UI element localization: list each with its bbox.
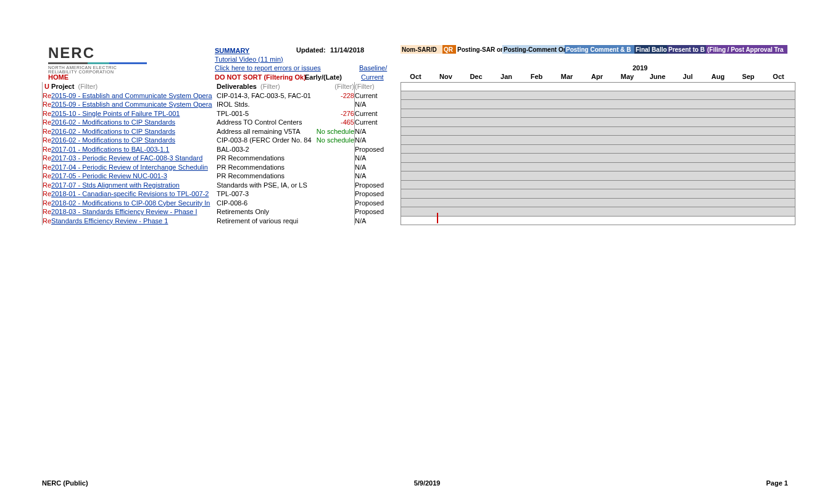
projects-table: U Project (Filter) Deliverables (Filter)…	[42, 82, 392, 225]
status-cell: N/A	[355, 171, 392, 181]
status-cell: N/A	[355, 127, 392, 136]
phase-posting-comment-only: Posting-Comment Onl	[502, 45, 565, 54]
project-link[interactable]: Standards Efficiency Review - Phase 1	[51, 217, 168, 225]
project-link[interactable]: 2015-09 - Establish and Communicate Syst…	[51, 92, 212, 99]
summary-link[interactable]: SUMMARY	[215, 47, 249, 54]
month-header: Apr	[582, 73, 612, 80]
col-project-header[interactable]: Project (Filter)	[51, 82, 217, 91]
deliverable-cell: PR Recommendations	[217, 154, 311, 163]
row-marker: Re	[43, 207, 52, 217]
status-cell: Proposed	[355, 207, 392, 217]
project-link[interactable]: 2017-03 - Periodic Review of FAC-008-3 S…	[51, 154, 202, 162]
project-link[interactable]: 2018-02 - Modifications to CIP-008 Cyber…	[51, 199, 210, 207]
timeline-year: 2019	[633, 64, 647, 72]
phase-final-ballot: Final Ballo	[634, 45, 667, 54]
table-row: Re2016-02 - Modifications to CIP Standar…	[43, 136, 392, 145]
project-link[interactable]: 2016-02 - Modifications to CIP Standards	[51, 128, 175, 135]
project-link[interactable]: 2016-02 - Modifications to CIP Standards	[51, 136, 175, 144]
month-header: Jan	[491, 73, 521, 80]
report-errors-link[interactable]: Click here to report errors or issues	[215, 64, 321, 72]
early-late-cell	[312, 189, 355, 199]
logo-subtitle: NORTH AMERICAN ELECTRIC RELIABILITY CORP…	[48, 65, 147, 74]
month-header: Oct	[763, 73, 794, 80]
tutorial-video-link[interactable]: Tutorial Video (11 min)	[215, 56, 283, 63]
status-cell: N/A	[355, 163, 392, 172]
project-link[interactable]: 2018-01 - Canadian-specific Revisions to…	[51, 190, 209, 197]
project-link[interactable]: 2016-02 - Modifications to CIP Standards	[51, 118, 175, 126]
early-late-header: Early/(Late)	[305, 73, 342, 81]
status-cell: N/A	[355, 217, 392, 226]
deliverable-cell: Address TO Control Centers	[217, 118, 311, 127]
month-header: May	[612, 73, 642, 80]
row-marker: Re	[43, 189, 52, 199]
status-cell: Current	[355, 118, 392, 127]
status-cell: N/A	[355, 100, 392, 109]
gantt-row	[400, 154, 795, 163]
row-marker: Re	[43, 171, 52, 181]
row-marker: Re	[43, 127, 52, 136]
month-header: Aug	[703, 73, 733, 80]
status-cell: Proposed	[355, 145, 392, 154]
status-cell: Proposed	[355, 181, 392, 190]
row-marker: Re	[43, 118, 52, 127]
early-late-cell	[312, 199, 355, 208]
project-link[interactable]: 2018-03 - Standards Efficiency Review - …	[51, 208, 197, 215]
deliverable-cell: CIP-014-3, FAC-003-5, FAC-01	[217, 91, 311, 101]
month-header: Nov	[431, 73, 461, 80]
col-deliverables-header[interactable]: Deliverables (Filter)	[217, 82, 311, 91]
deliverable-cell: Address all remaining V5TA	[217, 127, 311, 136]
baseline-link[interactable]: Baseline/	[359, 64, 384, 72]
gantt-row	[400, 109, 795, 118]
current-link[interactable]: Current	[361, 73, 384, 81]
row-marker: Re	[43, 136, 52, 145]
deliverable-cell: PR Recommendations	[217, 163, 311, 172]
status-cell: Proposed	[355, 199, 392, 208]
gantt-row	[400, 217, 795, 226]
early-late-cell	[312, 145, 355, 154]
early-late-cell	[312, 163, 355, 172]
row-marker: Re	[43, 181, 52, 190]
month-header: Jul	[673, 73, 703, 80]
timeline-months-row: OctNovDecJanFebMarAprMayJuneJulAugSepOct	[400, 73, 794, 80]
footer-left: NERC (Public)	[42, 479, 88, 487]
deliverable-cell: CIP-003-8 (FERC Order No. 84	[217, 136, 311, 145]
gantt-row	[400, 199, 795, 208]
project-link[interactable]: 2017-05 - Periodic Review NUC-001-3	[51, 172, 167, 180]
table-row: Re2017-04 - Periodic Review of Interchan…	[43, 163, 392, 172]
phase-nom-sar: Nom-SAR/D	[400, 45, 442, 54]
col-u-header[interactable]: U	[43, 82, 52, 91]
footer-center: 5/9/2019	[414, 479, 441, 487]
early-late-cell	[312, 171, 355, 181]
home-label[interactable]: HOME	[48, 73, 68, 81]
updated-label: Updated:	[296, 46, 326, 54]
project-link[interactable]: 2015-10 - Single Points of Failure TPL-0…	[51, 110, 180, 117]
early-late-cell: No schedule	[312, 136, 355, 145]
early-late-cell: -465	[312, 118, 355, 127]
gantt-row	[400, 189, 795, 199]
row-marker: Re	[43, 100, 52, 109]
no-sort-label: DO NOT SORT (Filtering Ok)	[215, 73, 306, 81]
project-link[interactable]: 2017-04 - Periodic Review of Interchange…	[51, 163, 208, 171]
month-header: Oct	[400, 73, 431, 80]
status-cell: Proposed	[355, 189, 392, 199]
project-link[interactable]: 2015-09 - Establish and Communicate Syst…	[51, 101, 212, 108]
table-row: Re2017-03 - Periodic Review of FAC-008-3…	[43, 154, 392, 163]
early-late-cell	[312, 100, 355, 109]
nerc-logo: NERC NORTH AMERICAN ELECTRIC RELIABILITY…	[48, 44, 147, 74]
project-link[interactable]: 2017-01 - Modifications to BAL-003-1.1	[51, 146, 169, 153]
gantt-row	[400, 136, 795, 145]
gantt-row	[400, 171, 795, 181]
status-cell: N/A	[355, 136, 392, 145]
table-row: Re2017-01 - Modifications to BAL-003-1.1…	[43, 145, 392, 154]
deliverable-cell: PR Recommendations	[217, 171, 311, 181]
row-marker: Re	[43, 217, 52, 226]
row-marker: Re	[43, 145, 52, 154]
project-link[interactable]: 2017-07 - Stds Alignment with Registrati…	[51, 181, 180, 189]
col-early-late-filter[interactable]: (Filter)	[312, 82, 355, 91]
table-row: Re2015-09 - Establish and Communicate Sy…	[43, 91, 392, 101]
row-marker: Re	[43, 91, 52, 101]
phase-posting-comment-ballot: Posting Comment & B	[565, 45, 634, 54]
month-header: June	[642, 73, 673, 80]
col-status-filter[interactable]: (Filter)	[355, 82, 392, 91]
early-late-cell: No schedule	[312, 127, 355, 136]
